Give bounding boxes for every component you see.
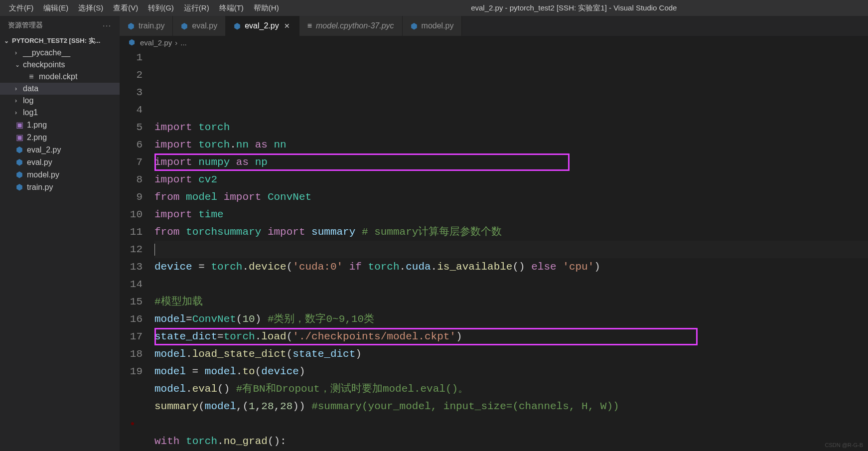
chevron-down-icon: ⌄ [4, 37, 11, 44]
tree-folder[interactable]: ›log [0, 95, 120, 107]
code-content[interactable]: import torchimport torch.nn as nnimport … [154, 49, 868, 451]
code-line[interactable]: ● [154, 415, 868, 433]
menu-item[interactable]: 帮助(H) [249, 1, 284, 15]
code-line[interactable]: import torch [154, 119, 868, 136]
code-line[interactable]: model.load_state_dict(state_dict) [154, 345, 868, 363]
code-line[interactable]: #模型加载 [154, 293, 868, 310]
editor-tab[interactable]: ⬢eval.py [173, 16, 226, 36]
tree-file[interactable]: ⬢model.py [0, 168, 120, 181]
tab-label: train.py [139, 21, 164, 30]
tree-folder[interactable]: ›log1 [0, 107, 120, 119]
tree-item-label: eval.py [27, 158, 52, 167]
close-icon[interactable]: ✕ [283, 22, 291, 30]
breadcrumb[interactable]: ⬢ eval_2.py › ... [120, 36, 868, 49]
tree-file[interactable]: ≡model.ckpt [0, 71, 120, 83]
tab-label: model.py [422, 21, 454, 30]
tab-label: model.cpython-37.pyc [316, 21, 394, 30]
py-file-icon: ⬢ [234, 21, 241, 31]
code-line[interactable]: import torch.nn as nn [154, 136, 868, 153]
chevron-right-icon: › [15, 109, 22, 116]
tree-file[interactable]: ⬢eval.py [0, 156, 120, 168]
editor-area: ⬢train.py⬢eval.py⬢eval_2.py✕≡model.cpyth… [120, 16, 868, 451]
editor-tab[interactable]: ⬢eval_2.py✕ [226, 16, 299, 36]
code-line[interactable]: model = model.to(device) [154, 363, 868, 380]
code-line[interactable]: import cv2 [154, 171, 868, 188]
explorer-title: 资源管理器 [8, 21, 43, 30]
tree-file[interactable]: ▣2.png [0, 131, 120, 144]
tree-item-label: model.py [27, 170, 59, 179]
main-area: 资源管理器 ··· ⌄ PYTORCH_TEST2 [SSH: 实... ›__… [0, 16, 868, 451]
code-line[interactable]: from model import ConvNet [154, 188, 868, 206]
line-number: 8 [120, 171, 143, 188]
line-number: 4 [120, 101, 143, 119]
code-line[interactable] [154, 241, 868, 258]
tree-file[interactable]: ⬢eval_2.py [0, 144, 120, 156]
line-number: 7 [120, 153, 143, 171]
menu-item[interactable]: 编辑(E) [38, 1, 73, 15]
line-number: 5 [120, 119, 143, 136]
chevron-right-icon: › [15, 85, 22, 92]
title-bar: 文件(F)编辑(E)选择(S)查看(V)转到(G)运行(R)终端(T)帮助(H)… [0, 0, 868, 16]
editor-tab[interactable]: ≡model.cpython-37.pyc [299, 16, 403, 36]
code-line[interactable]: import numpy as np [154, 153, 868, 171]
line-number: 14 [120, 276, 143, 293]
line-number: 2 [120, 66, 143, 84]
code-line[interactable]: model.eval() #有BN和Dropout，测试时要加model.eva… [154, 380, 868, 398]
file-tree: ⌄ PYTORCH_TEST2 [SSH: 实... ›__pycache__⌄… [0, 35, 120, 193]
python-icon: ⬢ [129, 38, 135, 47]
png-file-icon: ▣ [15, 133, 24, 142]
editor-tab[interactable]: ⬢train.py [120, 16, 173, 36]
breadcrumb-file: eval_2.py [140, 38, 172, 47]
tree-root-label: PYTORCH_TEST2 [SSH: 实... [12, 36, 100, 45]
tree-item-label: checkpoints [23, 60, 65, 69]
tree-item-label: log1 [23, 108, 38, 117]
code-line[interactable] [154, 276, 868, 293]
breadcrumb-rest: ... [180, 38, 187, 47]
code-line[interactable]: import time [154, 206, 868, 223]
code-line[interactable]: model=ConvNet(10) #类别，数字0~9,10类 [154, 310, 868, 328]
code-line[interactable]: from torchsummary import summary # summa… [154, 223, 868, 241]
py-file-icon: ⬢ [15, 145, 24, 154]
line-number: 12 [120, 241, 143, 258]
line-number-gutter: 12345678910111213141516171819 [120, 49, 154, 451]
line-number: 13 [120, 258, 143, 276]
tree-folder[interactable]: ›__pycache__ [0, 47, 120, 59]
explorer-header: 资源管理器 ··· [0, 16, 120, 35]
py-file-icon: ⬢ [15, 157, 24, 167]
code-line[interactable]: summary(model,(1,28,28)) #summary(your_m… [154, 398, 868, 415]
menu-item[interactable]: 查看(V) [108, 1, 143, 15]
tree-file[interactable]: ⬢train.py [0, 181, 120, 193]
line-number: 15 [120, 293, 143, 310]
file-file-icon: ≡ [27, 72, 36, 81]
code-line[interactable]: device = torch.device('cuda:0' if torch.… [154, 258, 868, 276]
editor-tabs: ⬢train.py⬢eval.py⬢eval_2.py✕≡model.cpyth… [120, 16, 868, 36]
code-line[interactable]: state_dict=torch.load('./checkpoints/mod… [154, 328, 868, 345]
tree-root[interactable]: ⌄ PYTORCH_TEST2 [SSH: 实... [0, 35, 120, 47]
code-editor[interactable]: 12345678910111213141516171819 import tor… [120, 49, 868, 451]
menu-bar: 文件(F)编辑(E)选择(S)查看(V)转到(G)运行(R)终端(T)帮助(H) [4, 1, 284, 15]
line-number: 11 [120, 223, 143, 241]
explorer-sidebar: 资源管理器 ··· ⌄ PYTORCH_TEST2 [SSH: 实... ›__… [0, 16, 120, 451]
tree-file[interactable]: ▣1.png [0, 119, 120, 131]
breakpoint-icon[interactable]: ● [130, 415, 136, 433]
tab-label: eval_2.py [245, 21, 279, 30]
explorer-more-icon[interactable]: ··· [103, 21, 112, 29]
chevron-right-icon: › [15, 97, 22, 104]
menu-item[interactable]: 运行(R) [179, 1, 214, 15]
line-number: 18 [120, 345, 143, 363]
file-file-icon: ≡ [307, 21, 312, 30]
menu-item[interactable]: 选择(S) [73, 1, 108, 15]
menu-item[interactable]: 转到(G) [143, 1, 179, 15]
py-file-icon: ⬢ [15, 182, 24, 192]
tree-item-label: eval_2.py [27, 146, 61, 154]
line-number: 19 [120, 363, 143, 380]
code-line[interactable]: with torch.no_grad(): [154, 433, 868, 450]
line-number: 1 [120, 49, 143, 66]
tree-folder[interactable]: ⌄checkpoints [0, 59, 120, 71]
watermark: CSDN @R-G-B [825, 442, 863, 448]
editor-tab[interactable]: ⬢model.py [403, 16, 462, 36]
menu-item[interactable]: 终端(T) [214, 1, 249, 15]
tree-folder[interactable]: ›data [0, 83, 120, 95]
menu-item[interactable]: 文件(F) [4, 1, 38, 15]
tree-item-label: data [23, 84, 38, 93]
